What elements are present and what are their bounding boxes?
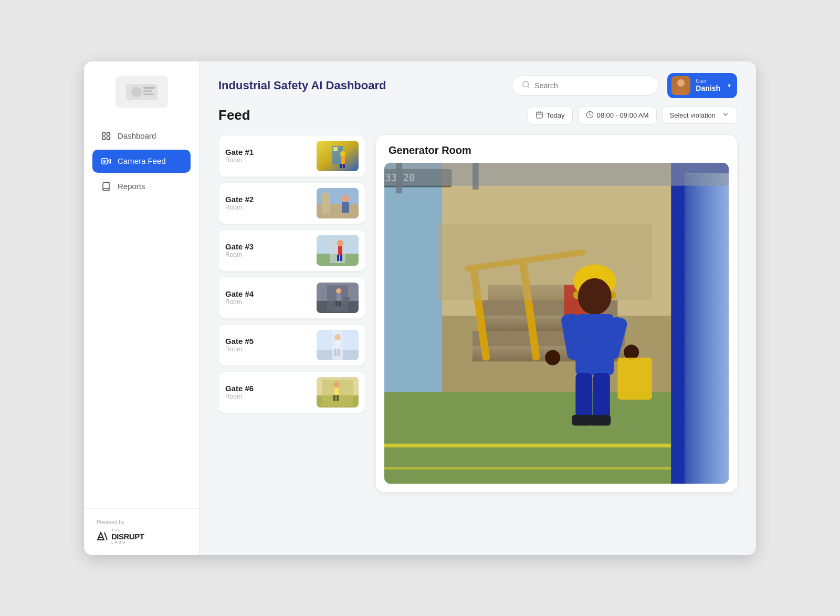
powered-by-label: Powered by [97,519,186,525]
user-role: User [696,78,720,84]
main-viewer: Generator Room [376,135,737,492]
search-bar[interactable] [512,76,659,96]
camera-location: Room [225,346,310,353]
svg-rect-3 [143,90,152,92]
time-picker[interactable]: 08:00 - 09:00 AM [578,107,657,124]
feed-controls: Today 08:00 - 09:00 AM Select violation [528,107,737,124]
camera-card-4[interactable]: Gate #4 Room [218,277,365,319]
sidebar-item-dashboard[interactable]: Dashboard [92,124,191,148]
viewer-header: Generator Room [376,135,737,163]
svg-rect-4 [143,93,153,95]
camera-card-1[interactable]: Gate #1 Room [218,135,365,177]
camera-card-5[interactable]: Gate #5 Room [218,324,365,366]
camera-location: Room [225,156,310,164]
avatar-image [671,76,690,95]
header: Industrial Safety AI Dashboard [200,61,756,107]
svg-rect-52 [343,297,350,302]
camera-card-6[interactable]: Gate #6 Room [218,371,365,413]
svg-rect-101 [617,357,652,399]
feed-area: Feed Today [200,107,756,555]
date-picker[interactable]: Today [528,107,573,124]
svg-rect-6 [107,132,110,135]
camera-location: Room [225,204,310,211]
svg-rect-28 [333,147,338,151]
camera-thumbnail-4 [317,283,359,313]
svg-rect-20 [537,112,542,118]
sidebar: Dashboard Camera Feed [84,61,200,555]
sidebar-nav: Dashboard Camera Feed [84,120,199,508]
user-badge[interactable]: User Danish ▾ [667,73,737,98]
camera-thumbnail-3 [317,235,359,266]
svg-rect-65 [333,395,335,401]
viewer-title: Generator Room [388,144,724,156]
camera-thumbnail-6 [317,377,359,408]
sidebar-logo [84,61,199,120]
clock-icon [586,111,594,120]
sidebar-footer: Powered by THE DISRUPT LABS [84,508,199,555]
svg-point-36 [342,195,349,202]
feed-title: Feed [218,107,250,123]
camera-name: Gate #5 [225,337,310,346]
svg-rect-64 [334,388,339,395]
sidebar-item-label: Camera Feed [118,156,166,165]
sidebar-item-label: Reports [118,182,145,191]
main-content: Industrial Safety AI Dashboard [200,61,756,555]
sidebar-item-reports[interactable]: Reports [92,175,191,198]
disrupt-logo: THE DISRUPT LABS [97,528,186,545]
svg-rect-59 [338,349,340,356]
date-label: Today [547,111,565,119]
svg-rect-42 [338,246,342,255]
camera-name: Gate #4 [225,289,310,298]
svg-point-91 [578,278,612,315]
logo-box [116,76,168,108]
camera-icon [101,156,111,166]
camera-card-2[interactable]: Gate #2 Room [218,182,365,224]
camera-info: Gate #1 Room [225,148,310,164]
camera-info: Gate #2 Room [225,195,310,211]
avatar [671,76,690,95]
svg-line-16 [528,86,529,88]
grid-icon [101,131,111,141]
svg-rect-35 [322,193,330,214]
app-container: Dashboard Camera Feed [84,61,756,555]
search-input[interactable] [534,81,649,90]
svg-rect-30 [341,156,345,164]
camera-location: Room [225,393,310,400]
camera-info: Gate #4 Room [225,289,310,306]
svg-rect-111 [472,163,479,190]
camera-feed-svg: 3 Wed 14:33:20 CM-3 [384,163,729,484]
camera-location: Room [225,251,310,258]
svg-rect-32 [343,164,345,168]
camera-card-3[interactable]: Gate #3 Room [218,229,365,272]
camera-thumbnail-2 [317,188,359,218]
chevron-down-icon: ▾ [728,82,731,89]
camera-name: Gate #2 [225,195,310,204]
svg-rect-31 [340,164,342,168]
svg-marker-12 [98,533,104,540]
time-label: 08:00 - 09:00 AM [597,111,649,119]
svg-rect-50 [335,301,338,306]
svg-line-14 [104,533,107,540]
feed-grid: Gate #1 Room [218,135,737,492]
svg-point-56 [334,334,341,340]
sidebar-item-label: Dashboard [118,131,156,140]
svg-rect-70 [384,163,442,430]
camera-info: Gate #6 Room [225,384,310,400]
violation-select[interactable]: Select violation [662,107,737,124]
svg-point-63 [333,381,340,388]
sidebar-item-camera-feed[interactable]: Camera Feed [92,150,191,173]
camera-info: Gate #3 Room [225,242,310,258]
calendar-icon [536,111,543,120]
disrupt-logo-icon [97,530,108,542]
svg-rect-37 [342,202,349,213]
chevron-down-icon [722,111,729,120]
svg-rect-44 [340,255,342,261]
camera-thumbnail-5 [317,330,359,360]
svg-rect-66 [337,395,339,401]
svg-rect-57 [335,340,340,349]
page-title: Industrial Safety AI Dashboard [218,79,386,92]
svg-rect-5 [102,132,105,135]
svg-point-11 [104,160,105,161]
violation-label: Select violation [670,111,716,119]
camera-name: Gate #1 [225,148,310,156]
